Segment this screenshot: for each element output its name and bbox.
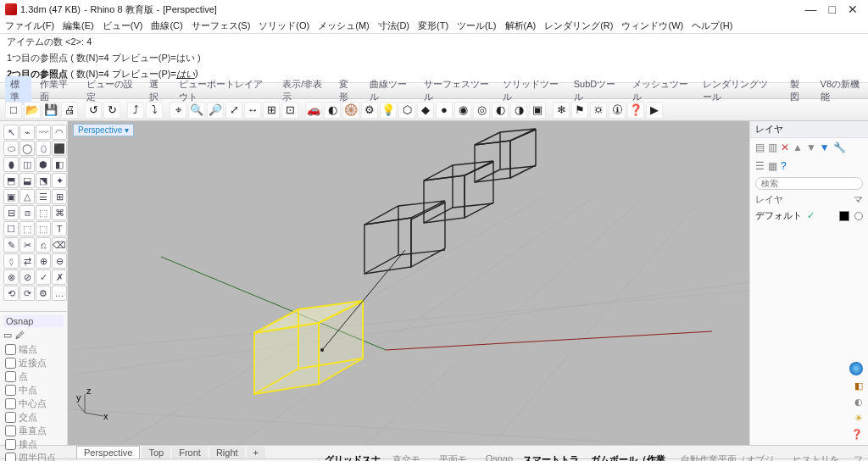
toolbar-button[interactable]: ↻ — [103, 102, 120, 119]
right-dock-icon[interactable]: ❓ — [851, 429, 863, 440]
status-toggle[interactable]: ヒストリを記録 — [787, 453, 849, 462]
tool-button[interactable]: ⊞ — [52, 189, 67, 204]
menu-item[interactable]: ビュー(V) — [103, 19, 143, 32]
panel-tab[interactable]: ビューポートレイアウト — [174, 76, 274, 105]
status-toggle[interactable]: スマートトラック — [518, 453, 586, 462]
tool-button[interactable]: ◠ — [52, 125, 67, 140]
toolbar-button[interactable]: ◆ — [417, 102, 434, 119]
toolbar-button[interactable]: ⊡ — [281, 102, 298, 119]
toolbar-button[interactable]: ⌖ — [170, 102, 186, 119]
toolbar-button[interactable]: 🚗 — [305, 102, 322, 119]
panel-tab[interactable]: 表示/非表示 — [277, 76, 331, 105]
panel-tab[interactable]: 作業平面 — [35, 76, 78, 105]
status-toggle[interactable]: ガムボール（作業平面） — [586, 453, 676, 462]
toolbar-button[interactable]: ⤢ — [225, 102, 242, 119]
osnap-item[interactable]: 端点 — [5, 343, 64, 356]
toolbar-button[interactable]: ◐ — [492, 102, 509, 119]
menu-item[interactable]: ソリッド(O) — [259, 19, 309, 32]
tool-button[interactable]: ☰ — [36, 189, 51, 204]
tool-button[interactable]: ◧ — [52, 157, 67, 172]
tool-button[interactable]: ⊕ — [36, 253, 51, 269]
layer-search-input[interactable] — [755, 177, 863, 190]
tool-button[interactable]: ⌘ — [52, 205, 67, 220]
tool-button[interactable]: ◫ — [19, 157, 35, 172]
panel-tab[interactable]: ビューの設定 — [81, 76, 141, 105]
toolbar-button[interactable]: □ — [5, 102, 22, 119]
viewport-perspective[interactable]: Perspective ▾ — [68, 121, 749, 445]
tool-button[interactable]: ☐ — [3, 221, 19, 236]
tool-button[interactable]: … — [52, 286, 67, 301]
toolbar-button[interactable]: ◎ — [473, 102, 490, 119]
tool-button[interactable]: ⬚ — [36, 221, 51, 236]
panel-tab[interactable]: 変形 — [334, 76, 360, 105]
status-toggle[interactable]: 直交モード — [387, 453, 434, 462]
right-dock-icon[interactable]: ◧ — [854, 380, 863, 392]
toolbar-button[interactable]: ❓ — [627, 102, 644, 119]
tool-button[interactable]: ⬢ — [36, 157, 51, 172]
right-dock-icon[interactable]: ☀ — [854, 413, 863, 424]
osnap-item[interactable]: 中点 — [5, 384, 64, 397]
viewport-tab[interactable]: + — [247, 447, 265, 458]
tool-button[interactable]: T — [52, 221, 67, 236]
viewport-tab[interactable]: Top — [142, 447, 170, 458]
tool-button[interactable]: ⬓ — [19, 173, 35, 188]
menu-bar[interactable]: ファイル(F)編集(E)ビュー(V)曲線(C)サーフェス(S)ソリッド(O)メッ… — [0, 19, 868, 34]
toolbar-button[interactable]: ⛭ — [590, 102, 607, 119]
maximize-button[interactable]: □ — [829, 3, 836, 16]
toolbar-button[interactable]: ↔ — [244, 102, 261, 119]
menu-item[interactable]: 編集(E) — [63, 19, 94, 32]
toolbar-button[interactable]: 🖨 — [61, 102, 78, 119]
tool-button[interactable]: ✎ — [3, 237, 19, 253]
tool-button[interactable]: ⬔ — [36, 173, 51, 188]
toolbar-button[interactable]: ❄ — [553, 102, 570, 119]
osnap-item[interactable]: 交点 — [5, 411, 64, 424]
tool-button[interactable]: ⬮ — [3, 157, 19, 172]
toolbar-button[interactable]: ⤴ — [127, 102, 144, 119]
osnap-item[interactable]: 垂直点 — [5, 425, 64, 437]
menu-item[interactable]: 曲線(C) — [151, 19, 182, 32]
menu-item[interactable]: 解析(A) — [505, 19, 537, 32]
toolbar-button[interactable]: 💾 — [42, 102, 59, 119]
tool-button[interactable]: ⊗ — [3, 269, 19, 285]
tool-button[interactable]: ⊟ — [3, 205, 19, 220]
tool-button[interactable]: ⬛ — [52, 141, 67, 156]
status-toggle[interactable]: 自動作業平面（オブジェクト） — [676, 453, 787, 462]
viewport-tab[interactable]: Perspective — [76, 446, 140, 458]
toolbar-button[interactable]: ⚑ — [571, 102, 588, 119]
panel-tab[interactable]: サーフェスツール — [419, 76, 494, 105]
toolbar-button[interactable]: 🛈 — [609, 102, 626, 119]
tool-button[interactable]: ⬒ — [3, 173, 19, 188]
panel-tab[interactable]: SubDツール — [569, 76, 624, 105]
layers-toolbar-2[interactable]: ☰▦ ? — [750, 157, 868, 175]
toolbar-button[interactable]: ⚙ — [361, 102, 378, 119]
right-dock-icon[interactable] — [849, 362, 863, 375]
tool-button[interactable]: ▣ — [3, 189, 19, 204]
minimize-button[interactable]: — — [805, 3, 817, 16]
close-button[interactable]: ✕ — [848, 3, 858, 16]
tool-button[interactable]: 〰 — [36, 125, 51, 140]
toolbar-button[interactable]: ⤵ — [146, 102, 163, 119]
status-toggle[interactable]: Osnap — [481, 453, 518, 462]
tool-button[interactable]: ⬚ — [19, 221, 35, 236]
tool-button[interactable]: ⇄ — [19, 253, 35, 269]
status-toggle[interactable]: フ — [849, 453, 868, 462]
toolbar-button[interactable]: 📂 — [24, 102, 41, 119]
menu-item[interactable]: ツール(L) — [457, 19, 496, 32]
tool-button[interactable]: ⎀ — [3, 253, 19, 269]
tool-button[interactable]: ⧈ — [19, 205, 35, 220]
tool-button[interactable]: ✦ — [52, 173, 67, 188]
status-toggle[interactable]: グリッドスナップ — [320, 453, 387, 462]
tool-button[interactable]: ⬭ — [3, 141, 19, 156]
toolbar-button[interactable]: 💡 — [380, 102, 397, 119]
menu-item[interactable]: サーフェス(S) — [192, 19, 251, 32]
osnap-item[interactable]: 近接点 — [5, 357, 64, 369]
layer-row[interactable]: デフォルト ✓ — [750, 208, 868, 224]
menu-item[interactable]: メッシュ(M) — [318, 19, 370, 32]
panel-tab[interactable]: レンダリングツール — [698, 76, 782, 105]
right-dock-icon[interactable]: ◐ — [854, 397, 863, 408]
menu-item[interactable]: 変形(T) — [418, 19, 448, 32]
osnap-item[interactable]: 点 — [5, 370, 64, 383]
menu-item[interactable]: ウィンドウ(W) — [621, 19, 683, 32]
layer-material-icon[interactable] — [854, 212, 863, 220]
panel-tab[interactable]: 選択 — [144, 76, 170, 105]
